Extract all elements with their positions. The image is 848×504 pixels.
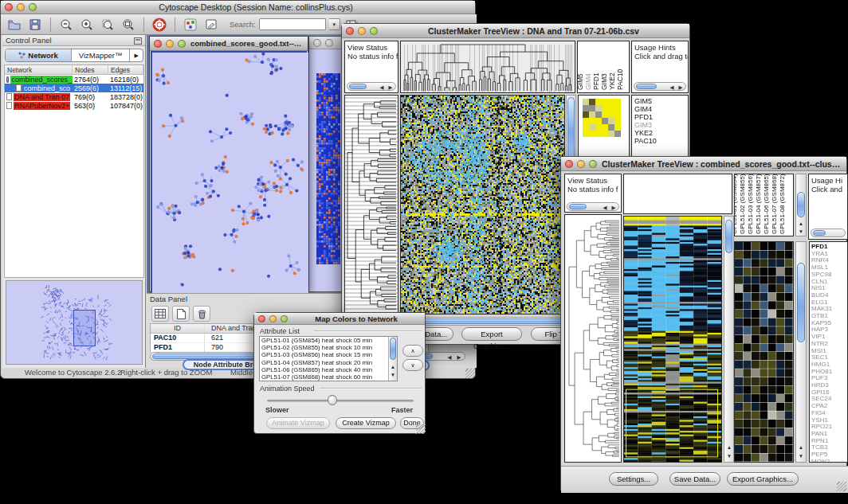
scroll-right-icon[interactable]: ▶ [387, 84, 395, 91]
column-labels-panel[interactable]: GPL51-01 (GSM854)GPL51-02 (GSM855)GPL51-… [734, 174, 794, 236]
close-icon[interactable] [313, 39, 321, 47]
scroll-left-icon[interactable]: ◀ [601, 205, 609, 211]
attribute-item[interactable]: GPL51-03 (GSM856) heat shock 15 min [260, 351, 397, 358]
matrix-cell[interactable] [608, 105, 614, 111]
matrix-cell[interactable] [589, 118, 595, 124]
scroll-down-icon[interactable]: ▼ [797, 453, 805, 459]
treeview1-titlebar[interactable]: ClusterMaker TreeView : DNA and Tran 07-… [342, 24, 689, 38]
hscrollbar[interactable]: ◀ ▶ [634, 82, 686, 91]
network-list-row[interactable]: combined_scores_2764(0)16218(0) [5, 75, 143, 84]
close-icon[interactable] [5, 3, 13, 11]
matrix-cell[interactable] [602, 105, 608, 111]
row-label[interactable]: PAC10 [632, 137, 688, 145]
overview-selection-rect[interactable] [73, 310, 96, 346]
col-edges[interactable]: Edges [108, 65, 143, 74]
row-label[interactable]: PFD1 [632, 113, 688, 121]
matrix-cell[interactable] [589, 131, 595, 137]
minimize-icon[interactable] [577, 160, 585, 168]
row-label[interactable]: YKE2 [632, 129, 688, 137]
column-label[interactable]: YKE2 [608, 72, 616, 90]
row-dendrogram-canvas[interactable] [345, 96, 398, 314]
matrix-cell[interactable] [602, 124, 608, 131]
main-titlebar[interactable]: Cytoscape Desktop (Session Name: collins… [1, 1, 475, 14]
hscrollbar[interactable]: ◀ ▶ [347, 82, 396, 91]
scroll-up-icon[interactable]: ▲ [797, 444, 805, 451]
tab-overflow-button[interactable]: ▶ [130, 49, 143, 61]
zoom-heatmap-panel[interactable] [734, 241, 794, 463]
search-dropdown-icon[interactable]: ▼ [329, 18, 340, 30]
heatmap-canvas[interactable] [401, 96, 564, 314]
matrix-cell[interactable] [614, 124, 621, 131]
zoom-in-icon[interactable] [78, 16, 96, 33]
matrix-cell[interactable] [595, 111, 602, 118]
scroll-left-icon[interactable]: ◀ [378, 84, 386, 91]
scrollbar-thumb[interactable] [813, 230, 826, 236]
row-label[interactable]: GIM5 [632, 97, 688, 105]
row-label[interactable]: GIM4 [632, 105, 688, 113]
scroll-up-icon[interactable]: ▲ [725, 444, 733, 451]
move-down-button[interactable]: ∨ [402, 359, 423, 371]
move-up-button[interactable]: ∧ [402, 345, 423, 357]
matrix-cell[interactable] [602, 131, 608, 137]
attribute-item[interactable]: GPL51-06 (GSM865) heat shock 40 min [260, 366, 397, 373]
matrix-cell[interactable] [614, 118, 621, 124]
tab-network[interactable]: Network [6, 49, 72, 61]
minimize-icon[interactable] [17, 3, 25, 11]
zoom-window-icon[interactable] [589, 160, 597, 168]
column-labels-vscrollbar[interactable]: ▲ ▼ [795, 174, 807, 236]
close-icon[interactable] [154, 40, 162, 48]
scrollbar-thumb[interactable] [390, 338, 396, 360]
column-label[interactable]: GIM5 [577, 73, 584, 90]
network-canvas[interactable] [152, 53, 308, 293]
scroll-left-icon[interactable]: ◀ [446, 354, 453, 361]
minimize-icon[interactable] [358, 27, 366, 35]
matrix-cell[interactable] [595, 99, 602, 105]
settings-button[interactable]: Settings... [609, 472, 658, 486]
matrix-cell[interactable] [608, 124, 614, 131]
matrix-cell[interactable] [614, 131, 621, 137]
heatmap-panel[interactable] [623, 216, 722, 463]
col-id[interactable]: ID [151, 324, 205, 333]
minimize-icon[interactable] [166, 40, 174, 48]
scroll-right-icon[interactable]: ▶ [677, 84, 685, 91]
scrollbar-thumb[interactable] [725, 220, 732, 253]
matrix-cell[interactable] [614, 111, 621, 118]
dense-network-canvas[interactable] [316, 73, 340, 264]
column-label[interactable]: GPL51-03 (GSM856) [747, 174, 754, 234]
help-lifebuoy-icon[interactable] [151, 16, 168, 33]
col-nodes[interactable]: Nodes [73, 65, 108, 74]
matrix-cell[interactable] [589, 111, 595, 118]
row-dendrogram-panel[interactable] [344, 95, 398, 315]
attribute-table-icon[interactable] [151, 306, 169, 322]
column-label[interactable]: GPL51-01 (GSM854) [734, 174, 738, 234]
scroll-up-icon[interactable]: ▲ [389, 364, 397, 370]
matrix-cell[interactable] [614, 99, 621, 105]
column-label[interactable]: GPL51-04 (GSM857) [755, 174, 762, 234]
row-dendrogram-canvas[interactable] [565, 215, 621, 462]
network-window-titlebar[interactable]: combined_scores_good.txt--cluste... [150, 37, 308, 51]
treeview2-titlebar[interactable]: ClusterMaker TreeView : combined_scores_… [561, 157, 846, 171]
matrix-cell[interactable] [583, 99, 589, 105]
search-input[interactable] [259, 18, 326, 30]
matrix-cell[interactable] [608, 118, 614, 124]
column-dendrogram-panel[interactable] [400, 41, 575, 93]
column-label[interactable]: GPL51-08 (GSM872) [779, 174, 786, 234]
column-label[interactable]: GIM3 [600, 73, 608, 90]
zoom-window-icon[interactable] [29, 3, 37, 11]
scroll-down-icon[interactable]: ▼ [389, 372, 397, 378]
window-resize-grip[interactable] [465, 369, 475, 378]
zoom-heatmap-canvas[interactable] [735, 242, 793, 462]
attribute-list-scrollbar[interactable]: ▲ ▼ [388, 337, 397, 381]
animate-vizmap-button[interactable]: Animate Vizmap [266, 417, 330, 429]
annotation-icon[interactable] [202, 16, 220, 33]
row-dendrogram-panel[interactable] [564, 214, 622, 463]
matrix-cell[interactable] [602, 111, 608, 118]
dialog-resize-grip[interactable] [416, 424, 426, 434]
minimize-icon[interactable] [269, 315, 277, 322]
close-icon[interactable] [258, 315, 265, 322]
export-graphics-button[interactable]: Export Graphics... [461, 327, 522, 341]
scroll-right-icon[interactable]: ▶ [610, 205, 618, 211]
matrix-cell[interactable] [595, 105, 602, 111]
background-window-titlebar[interactable] [309, 37, 344, 49]
scroll-up-icon[interactable]: ▲ [797, 221, 805, 227]
